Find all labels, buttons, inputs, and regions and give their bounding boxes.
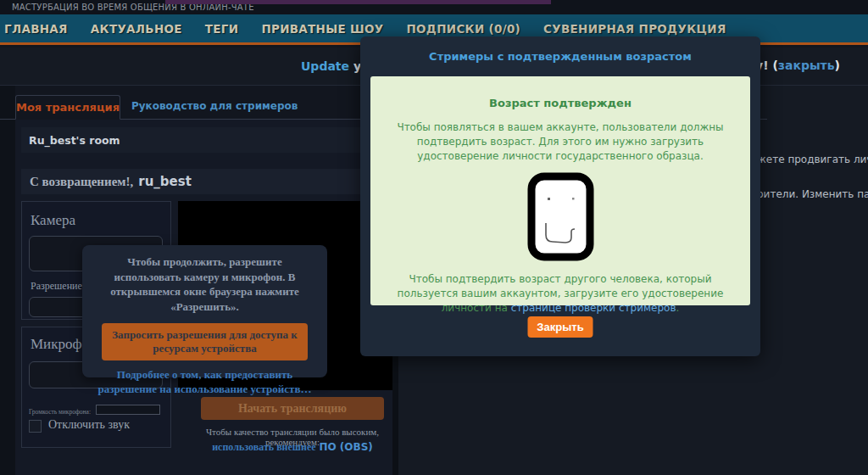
- permission-message: Чтобы продолжить, разрешите использовать…: [82, 254, 327, 314]
- page-root: МАСТУРБАЦИЯ ВО ВРЕМЯ ОБЩЕНИЯ В ОНЛАЙН-ЧА…: [0, 0, 868, 475]
- mute-checkbox[interactable]: [29, 420, 42, 433]
- welcome-prefix: С возвращением!,: [30, 175, 133, 189]
- purple-accent-strip: [165, 0, 551, 4]
- nav-item-subscriptions[interactable]: ПОДПИСКИ (0/0): [406, 22, 520, 36]
- obs-link-line: использовать внешнее ПО (OBS): [181, 441, 404, 454]
- update-word: Update: [301, 59, 349, 73]
- nav-item-merch[interactable]: СУВЕНИРНАЯ ПРОДУКЦИЯ: [543, 22, 726, 36]
- banner-right-text: y! (закрыть): [755, 59, 840, 72]
- right-panel-text-2: рители. Изменить параметр: [757, 188, 868, 200]
- modal-body-text-2: Чтобы подтвердить возраст другого челове…: [382, 272, 738, 315]
- nav-item-featured[interactable]: АКТУАЛЬНОЕ: [91, 22, 182, 36]
- nav-item-private-shows[interactable]: ПРИВАТНЫЕ ШОУ: [261, 22, 383, 36]
- tab-my-broadcast-label: Моя трансляция: [16, 101, 120, 114]
- obs-link-part1[interactable]: использовать внешнее: [212, 441, 315, 453]
- resolution-label: Разрешение: [31, 280, 82, 293]
- right-panel-text-1: жете продвигать личный с: [757, 154, 868, 165]
- welcome-username: ru_best: [138, 174, 192, 189]
- age-verified-heading: Возраст подтвержден: [370, 97, 750, 109]
- camera-label: Камера: [31, 212, 75, 229]
- age-verification-modal: Стримеры с подтвержденным возрастом Возр…: [360, 36, 760, 356]
- permission-help-link[interactable]: Подробнее о том, как предоставить разреш…: [82, 368, 327, 397]
- id-card-icon: [527, 172, 594, 261]
- tab-streamer-guide[interactable]: Руководство для стримеров: [131, 100, 298, 112]
- modal-body-text-1: Чтобы появляться в вашем аккаунте, польз…: [376, 120, 744, 163]
- tab-my-broadcast[interactable]: Моя трансляция: [15, 95, 120, 120]
- mute-label: Отключить звук: [48, 418, 130, 432]
- banner-right-paren: ): [835, 59, 840, 72]
- banner-close-link[interactable]: закрыть: [778, 59, 835, 72]
- permission-tooltip: Чтобы продолжить, разрешите использовать…: [82, 245, 327, 377]
- streamer-verification-link[interactable]: странице проверки стримеров: [511, 302, 676, 314]
- mic-volume-label: Громкость микрофона:: [29, 408, 91, 416]
- mic-volume-slider[interactable]: [96, 405, 160, 415]
- modal-green-panel: Возраст подтвержден Чтобы появляться в в…: [370, 76, 750, 305]
- request-permissions-button[interactable]: Запросить разрешения для доступа к ресур…: [102, 323, 308, 360]
- modal-close-button[interactable]: Закрыть: [528, 316, 593, 338]
- welcome-bar: С возвращением!, ru_best: [21, 169, 392, 194]
- nav-item-home[interactable]: ГЛАВНАЯ: [4, 22, 68, 36]
- modal-title: Стримеры с подтвержденным возрастом: [360, 50, 760, 63]
- room-header: Ru_best's room: [21, 127, 392, 153]
- left-gutter: [0, 86, 15, 475]
- obs-link-part2[interactable]: ПО (OBS): [319, 441, 372, 453]
- modal-body2-suffix: .: [676, 302, 679, 314]
- room-title: Ru_best's room: [29, 134, 120, 147]
- nav-item-tags[interactable]: ТЕГИ: [205, 22, 239, 36]
- start-broadcast-button[interactable]: Начать трансляцию: [201, 397, 384, 420]
